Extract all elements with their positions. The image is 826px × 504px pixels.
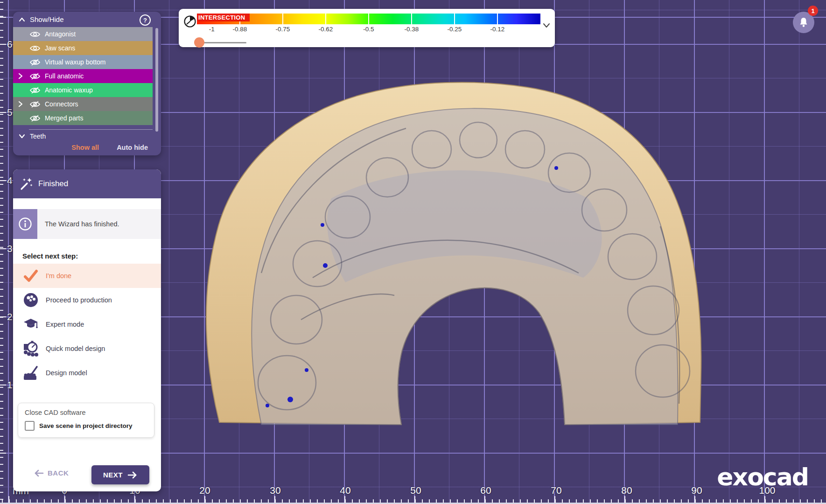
colorbar-tick: -0.88 xyxy=(233,26,247,33)
option-expert-mode[interactable]: Expert mode xyxy=(13,312,161,336)
show-hide-panel: Show/Hide ? Antagonist Jaw scans Virtual… xyxy=(13,12,161,155)
option-label: I'm done xyxy=(46,272,71,280)
option-label: Design model xyxy=(46,369,87,377)
wizard-title: Finished xyxy=(38,179,68,189)
gauge-icon[interactable] xyxy=(183,15,196,28)
slider-knob[interactable] xyxy=(194,37,204,48)
colorbar-tick: -1 xyxy=(209,26,215,33)
ruler-y-label: 6 xyxy=(7,39,13,50)
colorbar-tick: -0.75 xyxy=(276,26,290,33)
ruler-x-label: 90 xyxy=(691,485,702,496)
teeth-section-toggle[interactable]: Teeth xyxy=(13,130,161,140)
eye-off-icon[interactable] xyxy=(28,73,42,80)
ruler-y-label: 2 xyxy=(7,311,13,322)
option-design-model[interactable]: Design model xyxy=(13,361,161,385)
layer-label: Jaw scans xyxy=(45,44,75,52)
option-label: Quick model design xyxy=(46,345,105,352)
layer-label: Merged parts xyxy=(45,114,83,122)
ruler-x-major-ticks xyxy=(0,496,826,503)
close-cad-title: Close CAD software xyxy=(25,409,148,416)
ruler-x-label: 50 xyxy=(410,485,421,496)
eye-off-icon[interactable] xyxy=(28,101,42,108)
ruler-y-label: 3 xyxy=(7,243,13,254)
layer-row-antagonist[interactable]: Antagonist xyxy=(13,27,153,41)
layer-row-full-anatomic[interactable]: Full anatomic xyxy=(13,69,153,83)
show-hide-header[interactable]: Show/Hide ? xyxy=(13,12,161,27)
ruler-y-major-ticks xyxy=(0,0,6,504)
option-label: Proceed to production xyxy=(46,296,112,304)
exocad-logo: exocad xyxy=(717,463,808,491)
save-scene-label: Save scene in project directory xyxy=(39,422,133,429)
colorbar-title: INTERSECTION xyxy=(197,14,250,21)
chevron-up-icon xyxy=(19,16,25,23)
scrollbar[interactable] xyxy=(155,28,158,132)
close-cad-group: Close CAD software Save scene in project… xyxy=(18,403,154,438)
colorbar-tick-labels: -1 -0.88 -0.75 -0.62 -0.5 -0.38 -0.25 -0… xyxy=(197,26,540,33)
ruler-y-label: 1 xyxy=(7,379,13,391)
jaw-scan-model[interactable] xyxy=(191,77,714,441)
colorbar-tick: -0.62 xyxy=(319,26,333,33)
next-label: NEXT xyxy=(103,471,123,479)
eye-icon[interactable] xyxy=(28,45,42,52)
ruler-x-label: 70 xyxy=(551,485,561,496)
quick-model-icon xyxy=(23,341,39,357)
layer-row-anatomic-waxup[interactable]: Anatomic waxup xyxy=(13,83,153,97)
ruler-y-label: 5 xyxy=(7,107,13,118)
wizard-message-banner: The Wizard has finished. xyxy=(13,209,161,239)
option-im-done[interactable]: I'm done xyxy=(13,264,161,288)
expert-mode-icon xyxy=(23,318,39,330)
eye-off-icon[interactable] xyxy=(28,59,42,66)
chevron-right-icon[interactable] xyxy=(13,73,28,79)
auto-hide-button[interactable]: Auto hide xyxy=(117,144,148,151)
design-model-icon xyxy=(23,365,39,380)
magic-wand-icon xyxy=(20,177,34,191)
layer-row-virtual-waxup-bottom[interactable]: Virtual waxup bottom xyxy=(13,55,153,69)
save-scene-option[interactable]: Save scene in project directory xyxy=(25,421,148,431)
layer-label: Antagonist xyxy=(45,30,76,38)
intersection-colorbar-panel: INTERSECTION -1 -0.88 -0.75 -0.62 -0.5 -… xyxy=(179,9,555,47)
save-scene-checkbox[interactable] xyxy=(25,421,35,431)
back-button[interactable]: BACK xyxy=(34,469,69,477)
intersection-gradient-bar: INTERSECTION xyxy=(197,14,540,24)
notification-badge: 1 xyxy=(808,6,818,16)
show-hide-title: Show/Hide xyxy=(30,15,64,23)
teeth-section-label: Teeth xyxy=(30,133,46,140)
layer-list: Antagonist Jaw scans Virtual waxup botto… xyxy=(13,27,161,125)
colorbar-tick: -0.5 xyxy=(363,26,374,33)
eye-off-icon[interactable] xyxy=(28,87,42,94)
ruler-x-label: 80 xyxy=(621,485,632,496)
chevron-down-icon[interactable] xyxy=(543,23,550,28)
layer-row-merged-parts[interactable]: Merged parts xyxy=(13,111,153,125)
colorbar-tick: -0.25 xyxy=(448,26,462,33)
layer-label: Full anatomic xyxy=(45,72,84,80)
layer-label: Virtual waxup bottom xyxy=(45,58,105,66)
arrow-right-icon xyxy=(127,471,138,479)
option-proceed-to-production[interactable]: Proceed to production xyxy=(13,288,161,312)
option-quick-model-design[interactable]: Quick model design xyxy=(13,336,161,361)
option-label: Expert mode xyxy=(46,321,84,328)
layer-row-jaw-scans[interactable]: Jaw scans xyxy=(13,41,153,55)
show-all-button[interactable]: Show all xyxy=(71,144,99,151)
help-icon[interactable]: ? xyxy=(140,14,151,26)
info-icon xyxy=(18,217,32,231)
ruler-x-label: 60 xyxy=(480,485,491,496)
ruler-x-label: 20 xyxy=(199,485,210,496)
ruler-x-label: 40 xyxy=(340,485,350,496)
wizard-panel: Finished The Wizard has finished. Select… xyxy=(13,169,161,491)
next-step-prompt: Select next step: xyxy=(13,239,161,264)
ruler-x-label: 30 xyxy=(270,485,280,496)
wizard-header: Finished xyxy=(13,169,161,198)
wizard-message: The Wizard has finished. xyxy=(37,220,119,228)
chevron-right-icon[interactable] xyxy=(13,101,28,107)
layer-row-connectors[interactable]: Connectors xyxy=(13,97,153,111)
ruler-y-label: 4 xyxy=(7,175,13,186)
arrow-left-icon xyxy=(34,469,44,477)
eye-off-icon[interactable] xyxy=(28,115,42,122)
eye-icon[interactable] xyxy=(28,31,42,38)
production-icon xyxy=(23,292,39,308)
chevron-down-icon xyxy=(19,133,25,140)
next-button[interactable]: NEXT xyxy=(91,465,149,484)
back-label: BACK xyxy=(48,469,69,477)
threshold-slider[interactable] xyxy=(197,37,246,48)
check-icon xyxy=(24,269,38,282)
